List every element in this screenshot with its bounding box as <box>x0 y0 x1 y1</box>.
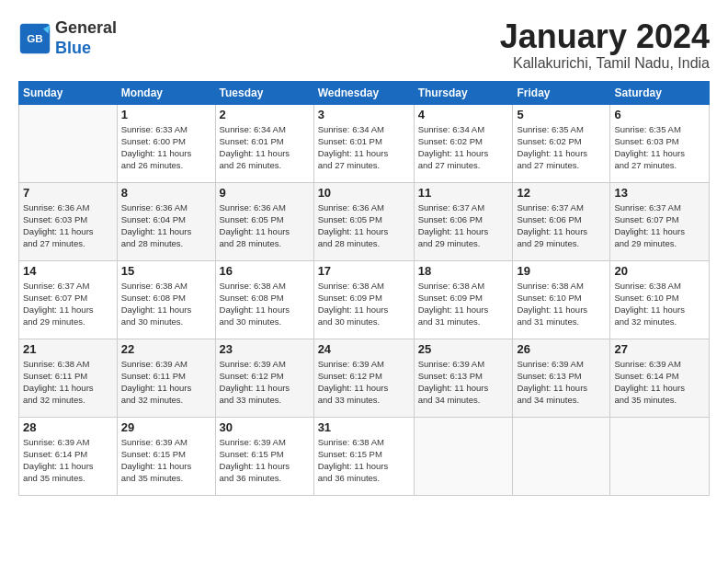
weekday-header-friday: Friday <box>513 81 610 104</box>
day-cell: 4Sunrise: 6:34 AM Sunset: 6:02 PM Daylig… <box>414 104 513 182</box>
day-info: Sunrise: 6:38 AM Sunset: 6:09 PM Dayligh… <box>418 280 509 328</box>
day-cell: 28Sunrise: 6:39 AM Sunset: 6:14 PM Dayli… <box>19 417 118 495</box>
day-info: Sunrise: 6:38 AM Sunset: 6:10 PM Dayligh… <box>517 280 606 328</box>
weekday-header-sunday: Sunday <box>19 81 118 104</box>
day-number: 20 <box>614 264 705 278</box>
day-cell <box>414 417 513 495</box>
day-number: 16 <box>220 264 310 278</box>
day-info: Sunrise: 6:38 AM Sunset: 6:11 PM Dayligh… <box>23 358 113 407</box>
weekday-header-thursday: Thursday <box>414 81 513 104</box>
day-info: Sunrise: 6:38 AM Sunset: 6:09 PM Dayligh… <box>318 280 410 328</box>
day-cell: 15Sunrise: 6:38 AM Sunset: 6:08 PM Dayli… <box>117 260 215 339</box>
day-number: 4 <box>418 108 509 121</box>
day-number: 21 <box>23 342 113 356</box>
day-number: 8 <box>121 186 211 200</box>
day-info: Sunrise: 6:34 AM Sunset: 6:01 PM Dayligh… <box>220 123 310 172</box>
logo: GB General Blue <box>18 18 117 58</box>
day-info: Sunrise: 6:38 AM Sunset: 6:08 PM Dayligh… <box>220 280 310 328</box>
day-cell: 31Sunrise: 6:38 AM Sunset: 6:15 PM Dayli… <box>313 417 414 495</box>
day-number: 10 <box>318 186 410 200</box>
week-row-2: 7Sunrise: 6:36 AM Sunset: 6:03 PM Daylig… <box>19 182 710 260</box>
day-cell: 27Sunrise: 6:39 AM Sunset: 6:14 PM Dayli… <box>610 339 710 417</box>
day-info: Sunrise: 6:39 AM Sunset: 6:12 PM Dayligh… <box>220 358 310 407</box>
day-number: 31 <box>318 420 410 434</box>
day-cell: 23Sunrise: 6:39 AM Sunset: 6:12 PM Dayli… <box>215 339 313 417</box>
weekday-header-monday: Monday <box>117 81 215 104</box>
day-cell <box>610 417 710 495</box>
day-cell: 1Sunrise: 6:33 AM Sunset: 6:00 PM Daylig… <box>117 104 215 182</box>
day-number: 2 <box>220 108 310 121</box>
day-number: 6 <box>614 108 705 121</box>
day-number: 27 <box>614 342 705 356</box>
title-block: January 2024 Kallakurichi, Tamil Nadu, I… <box>500 18 710 72</box>
day-info: Sunrise: 6:39 AM Sunset: 6:11 PM Dayligh… <box>121 358 211 407</box>
day-number: 29 <box>121 420 211 434</box>
day-cell: 18Sunrise: 6:38 AM Sunset: 6:09 PM Dayli… <box>414 260 513 339</box>
day-cell <box>19 104 118 182</box>
day-cell: 17Sunrise: 6:38 AM Sunset: 6:09 PM Dayli… <box>313 260 414 339</box>
day-info: Sunrise: 6:37 AM Sunset: 6:06 PM Dayligh… <box>517 201 606 250</box>
day-cell: 2Sunrise: 6:34 AM Sunset: 6:01 PM Daylig… <box>215 104 313 182</box>
day-cell: 6Sunrise: 6:35 AM Sunset: 6:03 PM Daylig… <box>610 104 710 182</box>
day-info: Sunrise: 6:39 AM Sunset: 6:12 PM Dayligh… <box>318 358 410 407</box>
day-number: 30 <box>220 420 310 434</box>
day-number: 23 <box>220 342 310 356</box>
day-cell: 14Sunrise: 6:37 AM Sunset: 6:07 PM Dayli… <box>19 260 118 339</box>
weekday-header-tuesday: Tuesday <box>215 81 313 104</box>
logo-line2: Blue <box>55 39 117 59</box>
day-number: 19 <box>517 264 606 278</box>
day-number: 5 <box>517 108 606 121</box>
day-info: Sunrise: 6:36 AM Sunset: 6:05 PM Dayligh… <box>318 201 410 250</box>
day-number: 13 <box>614 186 705 200</box>
day-info: Sunrise: 6:36 AM Sunset: 6:03 PM Dayligh… <box>23 201 113 250</box>
day-info: Sunrise: 6:38 AM Sunset: 6:08 PM Dayligh… <box>121 280 211 328</box>
day-number: 17 <box>318 264 410 278</box>
day-number: 25 <box>418 342 509 356</box>
page: GB General Blue January 2024 Kallakurich… <box>0 0 728 563</box>
day-info: Sunrise: 6:38 AM Sunset: 6:15 PM Dayligh… <box>318 436 410 485</box>
day-cell: 21Sunrise: 6:38 AM Sunset: 6:11 PM Dayli… <box>19 339 118 417</box>
day-cell: 16Sunrise: 6:38 AM Sunset: 6:08 PM Dayli… <box>215 260 313 339</box>
day-cell: 8Sunrise: 6:36 AM Sunset: 6:04 PM Daylig… <box>117 182 215 260</box>
logo-text: General Blue <box>55 18 117 58</box>
header: GB General Blue January 2024 Kallakurich… <box>18 18 710 72</box>
day-number: 18 <box>418 264 509 278</box>
day-info: Sunrise: 6:39 AM Sunset: 6:14 PM Dayligh… <box>23 436 113 485</box>
day-info: Sunrise: 6:35 AM Sunset: 6:03 PM Dayligh… <box>614 123 705 172</box>
weekday-header-wednesday: Wednesday <box>313 81 414 104</box>
day-info: Sunrise: 6:39 AM Sunset: 6:15 PM Dayligh… <box>121 436 211 485</box>
day-cell: 22Sunrise: 6:39 AM Sunset: 6:11 PM Dayli… <box>117 339 215 417</box>
day-cell: 25Sunrise: 6:39 AM Sunset: 6:13 PM Dayli… <box>414 339 513 417</box>
weekday-header-saturday: Saturday <box>610 81 710 104</box>
day-info: Sunrise: 6:37 AM Sunset: 6:06 PM Dayligh… <box>418 201 509 250</box>
day-cell: 10Sunrise: 6:36 AM Sunset: 6:05 PM Dayli… <box>313 182 414 260</box>
day-cell: 29Sunrise: 6:39 AM Sunset: 6:15 PM Dayli… <box>117 417 215 495</box>
location-subtitle: Kallakurichi, Tamil Nadu, India <box>500 55 710 72</box>
day-number: 7 <box>23 186 113 200</box>
day-cell: 11Sunrise: 6:37 AM Sunset: 6:06 PM Dayli… <box>414 182 513 260</box>
svg-text:GB: GB <box>27 31 43 43</box>
day-number: 3 <box>318 108 410 121</box>
day-number: 12 <box>517 186 606 200</box>
week-row-5: 28Sunrise: 6:39 AM Sunset: 6:14 PM Dayli… <box>19 417 710 495</box>
week-row-3: 14Sunrise: 6:37 AM Sunset: 6:07 PM Dayli… <box>19 260 710 339</box>
day-cell <box>513 417 610 495</box>
day-info: Sunrise: 6:34 AM Sunset: 6:01 PM Dayligh… <box>318 123 410 172</box>
day-number: 9 <box>220 186 310 200</box>
day-number: 1 <box>121 108 211 121</box>
day-cell: 19Sunrise: 6:38 AM Sunset: 6:10 PM Dayli… <box>513 260 610 339</box>
day-info: Sunrise: 6:37 AM Sunset: 6:07 PM Dayligh… <box>23 280 113 328</box>
week-row-4: 21Sunrise: 6:38 AM Sunset: 6:11 PM Dayli… <box>19 339 710 417</box>
day-number: 15 <box>121 264 211 278</box>
day-cell: 30Sunrise: 6:39 AM Sunset: 6:15 PM Dayli… <box>215 417 313 495</box>
week-row-1: 1Sunrise: 6:33 AM Sunset: 6:00 PM Daylig… <box>19 104 710 182</box>
weekday-header-row: SundayMondayTuesdayWednesdayThursdayFrid… <box>19 81 710 104</box>
logo-icon: GB <box>18 22 51 55</box>
month-title: January 2024 <box>500 18 710 55</box>
day-cell: 9Sunrise: 6:36 AM Sunset: 6:05 PM Daylig… <box>215 182 313 260</box>
day-number: 24 <box>318 342 410 356</box>
logo-line1: General <box>55 18 117 39</box>
day-cell: 12Sunrise: 6:37 AM Sunset: 6:06 PM Dayli… <box>513 182 610 260</box>
day-cell: 24Sunrise: 6:39 AM Sunset: 6:12 PM Dayli… <box>313 339 414 417</box>
day-info: Sunrise: 6:35 AM Sunset: 6:02 PM Dayligh… <box>517 123 606 172</box>
